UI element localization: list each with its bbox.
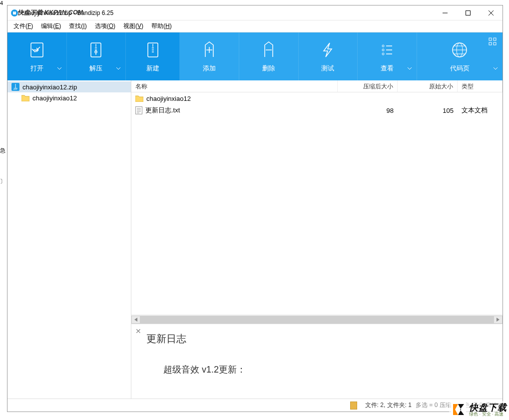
preview-panel: ✕ 更新日志 超级音效 v1.2更新：: [131, 324, 503, 399]
content-area: ZIP chaojiyinxiao12.zip chaojiyinxiao12 …: [7, 80, 503, 399]
caret-icon: [408, 67, 412, 70]
preview-body: 超级音效 v1.2更新：: [163, 364, 491, 376]
toolbar-extract[interactable]: 解压: [67, 32, 126, 80]
codepage-icon: [450, 40, 470, 60]
col-type[interactable]: 类型: [458, 80, 503, 92]
file-name: 更新日志.txt: [145, 106, 180, 115]
file-row[interactable]: 更新日志.txt 98 105 文本文档: [131, 104, 503, 116]
view-icon: [377, 40, 397, 60]
folder-icon: [21, 94, 29, 101]
toolbar-add[interactable]: 添加: [180, 32, 239, 80]
scroll-right-button[interactable]: [494, 316, 503, 324]
status-text: 文件: 2, 文件夹: 1: [365, 401, 412, 410]
caret-icon: [116, 67, 120, 70]
menu-help[interactable]: 帮助(H): [148, 21, 175, 31]
file-type: 文本文档: [458, 106, 503, 115]
svg-point-7: [382, 49, 384, 51]
file-compressed: 98: [338, 107, 398, 114]
tree-panel[interactable]: ZIP chaojiyinxiao12.zip chaojiyinxiao12: [7, 80, 131, 399]
minimize-button[interactable]: [434, 5, 457, 20]
tree-item-folder[interactable]: chaojiyinxiao12: [7, 92, 131, 103]
stray-text-1: 4: [0, 0, 3, 6]
file-list: 名称 压缩后大小 原始大小 类型 chaojiyinxiao12: [131, 80, 503, 324]
new-icon: [143, 40, 163, 60]
window-controls: [434, 5, 503, 20]
stray-text-3: 〕: [0, 178, 5, 185]
app-icon: [10, 9, 18, 17]
toolbar-delete[interactable]: 删除: [239, 32, 299, 80]
col-original[interactable]: 原始大小: [398, 80, 458, 92]
col-compressed[interactable]: 压缩后大小: [338, 80, 398, 92]
file-row[interactable]: chaojiyinxiao12: [131, 92, 503, 104]
scroll-thumb[interactable]: [140, 316, 494, 324]
toolbar-extract-label: 解压: [89, 64, 102, 73]
window-title: chaojiyinxiao12.zip - Bandizip 6.25: [21, 9, 113, 16]
delete-icon: [259, 40, 279, 60]
toolbar-view[interactable]: 查看: [358, 32, 417, 80]
toolbar-add-label: 添加: [203, 64, 216, 73]
extract-icon: [86, 40, 106, 60]
toolbar-new[interactable]: 新建: [126, 32, 180, 80]
close-button[interactable]: [480, 5, 503, 20]
column-headers: 名称 压缩后大小 原始大小 类型: [131, 80, 503, 92]
toolbar-settings-icon[interactable]: [489, 37, 497, 45]
svg-text:ZIP: ZIP: [13, 87, 17, 90]
toolbar-codepage-label: 代码页: [450, 64, 470, 73]
watermark-title: 快盘下载: [469, 403, 507, 412]
file-original: 105: [398, 107, 458, 114]
menu-file[interactable]: 文件(F): [10, 21, 36, 31]
tree-item-archive[interactable]: ZIP chaojiyinxiao12.zip: [7, 81, 131, 92]
right-panel: 名称 压缩后大小 原始大小 类型 chaojiyinxiao12: [131, 80, 503, 399]
menu-find[interactable]: 查找(I): [66, 21, 89, 31]
stray-text-2: 急: [0, 147, 5, 154]
kkpan-logo-icon: [451, 402, 466, 417]
menu-options[interactable]: 选项(O): [92, 21, 118, 31]
watermark-subtitle: 绿色 · 安全 · 高速: [469, 412, 507, 417]
maximize-button[interactable]: [457, 5, 480, 20]
svg-rect-11: [489, 38, 492, 40]
horizontal-scrollbar[interactable]: [131, 315, 503, 324]
col-name[interactable]: 名称: [131, 80, 338, 92]
scroll-track[interactable]: [140, 316, 494, 324]
toolbar-test-label: 测试: [321, 64, 334, 73]
menu-edit[interactable]: 编辑(E): [38, 21, 64, 31]
svg-point-6: [382, 45, 384, 47]
statusbar: 文件: 2, 文件夹: 1 多选 = 0 压缩 = 绿色 安全 高速: [7, 399, 503, 412]
toolbar-open[interactable]: 打开: [7, 32, 67, 80]
titlebar[interactable]: chaojiyinxiao12.zip - Bandizip 6.25 快盘下载…: [7, 5, 503, 20]
svg-rect-1: [466, 10, 471, 15]
toolbar: 打开 解压 新建 添加 删除 测试 查看: [7, 32, 503, 80]
menu-view[interactable]: 视图(V): [120, 21, 146, 31]
add-icon: [199, 40, 219, 60]
svg-rect-13: [489, 42, 492, 45]
open-icon: [27, 40, 47, 60]
svg-point-8: [382, 53, 384, 55]
toolbar-open-label: 打开: [30, 64, 43, 73]
toolbar-test[interactable]: 测试: [299, 32, 358, 80]
caret-icon: [57, 67, 61, 70]
zip-icon: ZIP: [11, 83, 19, 91]
tree-item-label: chaojiyinxiao12.zip: [22, 83, 77, 91]
text-file-icon: [135, 106, 142, 114]
watermark-logo: 快盘下载 绿色 · 安全 · 高速: [449, 401, 509, 418]
file-rows[interactable]: chaojiyinxiao12 更新日志.txt 98 105 文本文: [131, 92, 503, 315]
scroll-left-button[interactable]: [131, 316, 140, 324]
folder-icon: [135, 95, 143, 102]
preview-close-icon[interactable]: ✕: [135, 327, 141, 335]
toolbar-new-label: 新建: [146, 64, 159, 73]
toolbar-delete-label: 删除: [262, 64, 275, 73]
toolbar-view-label: 查看: [381, 64, 394, 73]
app-window: chaojiyinxiao12.zip - Bandizip 6.25 快盘下载…: [7, 5, 503, 412]
caret-icon: [494, 67, 498, 70]
svg-rect-14: [494, 42, 496, 45]
status-zip-icon: [350, 402, 357, 410]
test-icon: [318, 40, 338, 60]
svg-rect-12: [494, 38, 496, 40]
file-name: chaojiyinxiao12: [146, 95, 191, 102]
tree-item-label: chaojiyinxiao12: [32, 94, 77, 102]
menubar: 文件(F) 编辑(E) 查找(I) 选项(O) 视图(V) 帮助(H): [7, 20, 503, 32]
preview-heading: 更新日志: [146, 332, 491, 346]
